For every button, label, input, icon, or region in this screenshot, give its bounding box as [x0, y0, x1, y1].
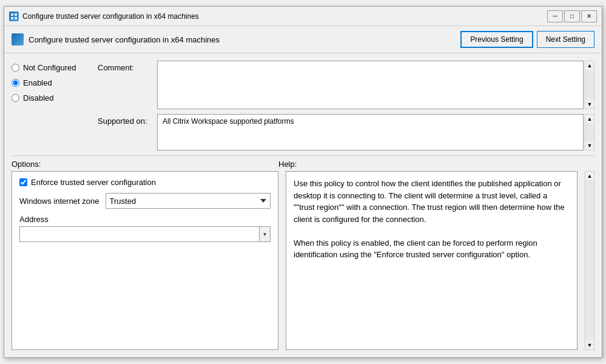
radio-not-configured[interactable]: Not Configured — [12, 63, 90, 72]
address-label: Address — [19, 215, 271, 224]
comment-row: Comment: ▲ ▼ — [98, 61, 594, 109]
help-scroll-up[interactable]: ▲ — [585, 172, 594, 180]
help-paragraph-1: Use this policy to control how the clien… — [294, 178, 570, 225]
comment-scroll-down[interactable]: ▼ — [585, 100, 594, 109]
header-buttons: Previous Setting Next Setting — [460, 31, 594, 48]
previous-setting-button[interactable]: Previous Setting — [460, 31, 533, 48]
help-scrollbar: ▲ ▼ — [585, 171, 594, 350]
labels-row: Options: Help: — [4, 156, 602, 171]
window-title: Configure trusted server configuration i… — [22, 12, 547, 21]
enforce-row: Enforce trusted server configuration — [19, 178, 271, 187]
radio-not-configured-label: Not Configured — [23, 63, 76, 72]
title-bar: Configure trusted server configuration i… — [4, 7, 602, 26]
bottom-section: Enforce trusted server configuration Win… — [4, 171, 602, 357]
maximize-button[interactable]: □ — [564, 10, 580, 22]
svg-rect-0 — [11, 13, 13, 16]
supported-label: Supported on: — [98, 114, 152, 126]
supported-scroll-up[interactable]: ▲ — [585, 115, 594, 123]
address-section: Address ▼ — [19, 215, 271, 242]
next-setting-button[interactable]: Next Setting — [537, 31, 594, 48]
radio-group: Not Configured Enabled Disabled — [12, 61, 90, 150]
supported-scroll-down[interactable]: ▼ — [585, 141, 594, 150]
supported-value: All Citrix Workspace supported platforms — [157, 114, 584, 150]
address-input-row: ▼ — [19, 226, 271, 242]
radio-not-configured-input[interactable] — [12, 64, 19, 72]
enforce-checkbox[interactable] — [19, 178, 27, 186]
header-title: Configure trusted server configuration i… — [29, 35, 220, 44]
help-header: Help: — [278, 160, 594, 169]
radio-disabled-label: Disabled — [23, 93, 54, 103]
svg-rect-1 — [15, 13, 17, 16]
address-input[interactable] — [20, 227, 259, 241]
help-section: Use this policy to control how the clien… — [286, 171, 577, 350]
help-scroll-track — [585, 180, 594, 341]
content-area: Not Configured Enabled Disabled Comment: — [4, 53, 602, 357]
zone-label: Windows internet zone — [19, 197, 99, 206]
main-window: Configure trusted server configuration i… — [4, 6, 602, 358]
zone-row: Windows internet zone Trusted Local intr… — [19, 193, 271, 209]
title-controls: ─ □ ✕ — [547, 10, 597, 22]
comment-scroll-up[interactable]: ▲ — [585, 61, 594, 70]
header-left: Configure trusted server configuration i… — [12, 33, 220, 46]
supported-scroll-track — [585, 123, 594, 141]
radio-enabled-input[interactable] — [12, 79, 19, 87]
comment-scroll-track — [585, 70, 594, 100]
comment-textarea[interactable] — [157, 61, 584, 109]
window-icon — [9, 12, 19, 21]
zone-select[interactable]: Trusted Local intranet Internet Restrict… — [106, 193, 271, 209]
minimize-button[interactable]: ─ — [547, 10, 563, 22]
radio-enabled[interactable]: Enabled — [12, 78, 90, 87]
radio-disabled[interactable]: Disabled — [12, 93, 90, 103]
header-bar: Configure trusted server configuration i… — [4, 26, 602, 53]
options-section: Enforce trusted server configuration Win… — [12, 171, 278, 350]
options-header: Options: — [12, 160, 278, 169]
svg-rect-3 — [15, 17, 17, 19]
help-scroll-down[interactable]: ▼ — [585, 341, 594, 349]
options-box: Enforce trusted server configuration Win… — [12, 171, 278, 350]
comment-label: Comment: — [98, 61, 152, 72]
header-icon — [12, 33, 24, 46]
radio-enabled-label: Enabled — [23, 78, 52, 87]
right-panel: Comment: ▲ ▼ Supported on: All Citrix Wo… — [98, 61, 594, 150]
enforce-label: Enforce trusted server configuration — [31, 178, 156, 187]
supported-row: Supported on: All Citrix Workspace suppo… — [98, 114, 594, 150]
close-button[interactable]: ✕ — [581, 10, 597, 22]
config-section: Not Configured Enabled Disabled Comment: — [4, 53, 602, 155]
help-content: Use this policy to control how the clien… — [286, 171, 577, 350]
radio-disabled-input[interactable] — [12, 94, 19, 102]
svg-rect-2 — [11, 17, 13, 19]
help-paragraph-2: When this policy is enabled, the client … — [294, 237, 570, 261]
address-dropdown-button[interactable]: ▼ — [259, 227, 270, 241]
